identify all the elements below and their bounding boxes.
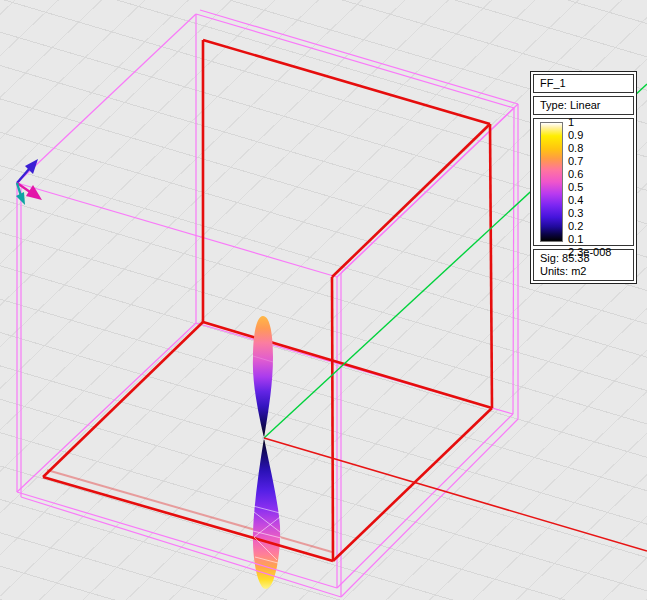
plate-bottom-edge bbox=[203, 322, 492, 408]
pattern-top-lobe bbox=[253, 316, 273, 438]
legend-tick: 0.8 bbox=[568, 142, 611, 155]
plate-top-edge bbox=[203, 40, 490, 124]
legend-tick: 0.4 bbox=[568, 194, 611, 207]
plate-right-edge bbox=[490, 124, 492, 408]
ff-box-bottom-left-front-edge-inner bbox=[21, 497, 341, 597]
ff-box-top-edge bbox=[196, 14, 514, 108]
axis-arrow-x-head bbox=[26, 185, 42, 200]
farfield-legend[interactable]: FF_1 Type: Linear 10.90.80.70.60.50.40.3… bbox=[530, 71, 637, 284]
ray-red bbox=[264, 438, 647, 551]
legend-tick: 0.9 bbox=[568, 129, 611, 142]
axis-arrow-z-shaft bbox=[17, 168, 30, 183]
legend-tick: 0.6 bbox=[568, 168, 611, 181]
legend-tick: 2.3e-008 bbox=[568, 246, 611, 259]
legend-tick: 0.7 bbox=[568, 155, 611, 168]
structure-bottom-inner-edge bbox=[47, 470, 332, 552]
3d-viewport[interactable]: FF_1 Type: Linear 10.90.80.70.60.50.40.3… bbox=[0, 0, 647, 600]
legend-tick: 0.5 bbox=[568, 181, 611, 194]
legend-units-value: Units: m2 bbox=[540, 265, 627, 278]
colorbar-gradient bbox=[540, 122, 563, 242]
legend-tick: 0.2 bbox=[568, 220, 611, 233]
legend-type-cell: Type: Linear bbox=[533, 96, 634, 115]
legend-type-label: Type: Linear bbox=[540, 99, 601, 111]
legend-title: FF_1 bbox=[540, 77, 566, 89]
ff-box-top-edge-inner bbox=[200, 10, 518, 104]
ff-box-bottom-right-front-edge-inner bbox=[341, 419, 518, 597]
colorbar-tick-labels: 10.90.80.70.60.50.40.30.20.12.3e-008 bbox=[568, 116, 611, 247]
legend-title-cell: FF_1 bbox=[533, 74, 634, 93]
structure-right-front-top-edge bbox=[332, 124, 490, 277]
legend-tick: 0.3 bbox=[568, 207, 611, 220]
legend-tick: 1 bbox=[568, 116, 611, 129]
structure-bottom-front-edge bbox=[43, 477, 333, 561]
ff-box-right-vertical-edge bbox=[513, 108, 514, 414]
structure-bottom-right-edge bbox=[333, 408, 492, 561]
ff-box-left-top-edge bbox=[17, 14, 196, 183]
ff-box-bottom-right-front-edge bbox=[337, 414, 513, 588]
ff-box-left-front-top-edge bbox=[17, 183, 337, 277]
legend-colorbar-cell: 10.90.80.70.60.50.40.30.20.12.3e-008 bbox=[533, 118, 634, 246]
legend-tick: 0.1 bbox=[568, 233, 611, 246]
structure-bottom-left-edge bbox=[43, 322, 203, 477]
structure-front-vertical-edge bbox=[332, 277, 333, 561]
ff-box-bottom-back-left-edge bbox=[17, 323, 196, 492]
